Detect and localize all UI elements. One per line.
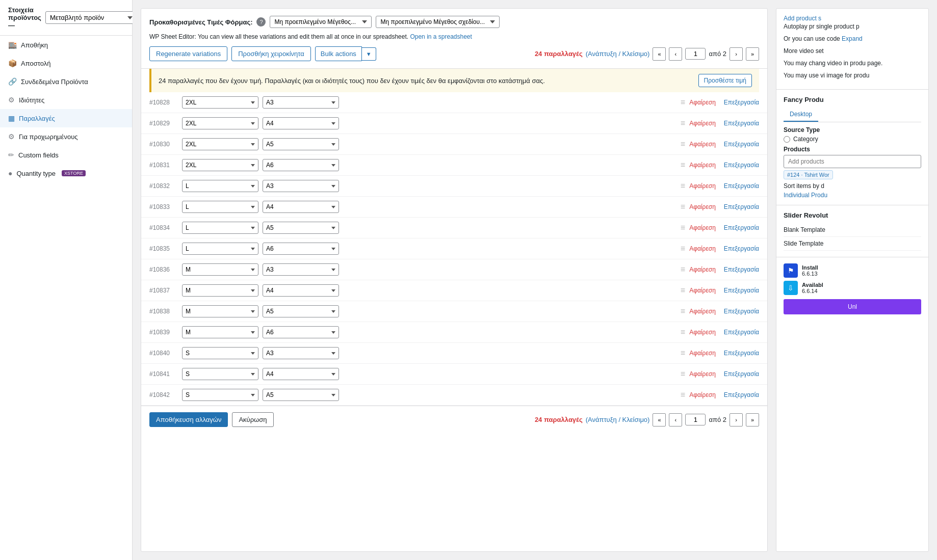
remove-variation-button[interactable]: Αφαίρεση [689, 350, 716, 357]
variation-attr1-select[interactable]: 2XLLMSXLXS [182, 389, 258, 401]
edit-variation-button[interactable]: Επεξεργασία [724, 350, 759, 357]
drag-handle-icon[interactable]: ≡ [681, 140, 685, 149]
bottom-pagination-expand-link[interactable]: (Ανάπτυξη / Κλείσιμο) [586, 416, 650, 423]
drag-handle-icon[interactable]: ≡ [681, 244, 685, 253]
remove-variation-button[interactable]: Αφαίρεση [689, 391, 716, 398]
bulk-actions-arrow-button[interactable]: ▼ [362, 47, 376, 61]
variation-attr1-select[interactable]: 2XLLMSXLXS [182, 180, 258, 192]
drag-handle-icon[interactable]: ≡ [681, 307, 685, 316]
remove-variation-button[interactable]: Αφαίρεση [689, 245, 716, 252]
remove-variation-button[interactable]: Αφαίρεση [689, 141, 716, 148]
save-button[interactable]: Αποθήκευση αλλαγών [149, 412, 228, 427]
variation-attr2-select[interactable]: A3A4A5A6 [263, 243, 339, 255]
sidebar-item-custom-fields[interactable]: ✏ Custom fields [0, 146, 132, 164]
variation-attr2-select[interactable]: A3A4A5A6 [263, 117, 339, 129]
add-products-input[interactable] [784, 155, 921, 168]
variation-attr1-select[interactable]: 2XLLMSXLXS [182, 368, 258, 380]
bottom-pag-first-button[interactable]: « [653, 413, 666, 426]
edit-variation-button[interactable]: Επεξεργασία [724, 266, 759, 273]
variation-attr2-select[interactable]: A3A4A5A6 [263, 389, 339, 401]
regenerate-button[interactable]: Regenerate variations [149, 46, 227, 61]
remove-variation-button[interactable]: Αφαίρεση [689, 329, 716, 336]
default-design-select[interactable]: Μη προεπιλεγμένο Μέγεθος σχεδίου... [376, 16, 500, 28]
variation-attr2-select[interactable]: A3A4A5A6 [263, 222, 339, 234]
variation-attr2-select[interactable]: A3A4A5A6 [263, 180, 339, 192]
drag-handle-icon[interactable]: ≡ [681, 369, 685, 379]
drag-handle-icon[interactable]: ≡ [681, 328, 685, 337]
remove-variation-button[interactable]: Αφαίρεση [689, 308, 716, 315]
spreadsheet-link[interactable]: Open in a spreadsheet [410, 33, 472, 40]
tab-desktop[interactable]: Desktop [784, 108, 818, 122]
pag-prev-button[interactable]: ‹ [669, 47, 682, 61]
variation-attr1-select[interactable]: 2XLLMSXLXS [182, 201, 258, 213]
edit-variation-button[interactable]: Επεξεργασία [724, 182, 759, 190]
sidebar-item-quantity-type[interactable]: ● Quantity type XSTORE [0, 164, 132, 182]
add-price-button[interactable]: Προσθέστε τιμή [698, 74, 752, 87]
remove-variation-button[interactable]: Αφαίρεση [689, 370, 716, 378]
drag-handle-icon[interactable]: ≡ [681, 98, 685, 107]
variation-attr1-select[interactable]: 2XLLMSXLXS [182, 284, 258, 297]
drag-handle-icon[interactable]: ≡ [681, 390, 685, 399]
drag-handle-icon[interactable]: ≡ [681, 349, 685, 358]
bulk-actions-button[interactable]: Bulk actions [315, 46, 362, 61]
variation-attr2-select[interactable]: A3A4A5A6 [263, 201, 339, 213]
sidebar-item-syndedemena[interactable]: 🔗 Συνδεδεμένα Προϊόντα [0, 72, 132, 91]
variation-attr2-select[interactable]: A3A4A5A6 [263, 368, 339, 380]
edit-variation-button[interactable]: Επεξεργασία [724, 308, 759, 315]
remove-variation-button[interactable]: Αφαίρεση [689, 99, 716, 106]
cancel-button[interactable]: Ακύρωση [232, 412, 273, 427]
edit-variation-button[interactable]: Επεξεργασία [724, 162, 759, 169]
variation-attr1-select[interactable]: 2XLLMSXLXS [182, 138, 258, 150]
edit-variation-button[interactable]: Επεξεργασία [724, 329, 759, 336]
drag-handle-icon[interactable]: ≡ [681, 181, 685, 191]
variation-attr2-select[interactable]: A3A4A5A6 [263, 347, 339, 359]
variation-attr1-select[interactable]: 2XLLMSXLXS [182, 347, 258, 359]
variation-attr2-select[interactable]: A3A4A5A6 [263, 284, 339, 297]
edit-variation-button[interactable]: Επεξεργασία [724, 99, 759, 106]
remove-variation-button[interactable]: Αφαίρεση [689, 224, 716, 231]
variation-attr1-select[interactable]: 2XLLMSXLXS [182, 159, 258, 171]
sidebar-item-proxoremenous[interactable]: ⚙ Για προχωρημένους [0, 127, 132, 146]
variation-attr1-select[interactable]: 2XLLMSXLXS [182, 222, 258, 234]
remove-variation-button[interactable]: Αφαίρεση [689, 120, 716, 127]
remove-variation-button[interactable]: Αφαίρεση [689, 162, 716, 169]
variation-attr1-select[interactable]: 2XLLMSXLXS [182, 326, 258, 338]
add-manual-button[interactable]: Προσθήκη χειροκίνητα [231, 46, 311, 61]
drag-handle-icon[interactable]: ≡ [681, 286, 685, 295]
default-size-select[interactable]: Μη προεπιλεγμένο Μέγεθος... [270, 16, 372, 28]
variation-attr2-select[interactable]: A3A4A5A6 [263, 305, 339, 317]
remove-variation-button[interactable]: Αφαίρεση [689, 182, 716, 190]
sidebar-item-apostoli[interactable]: 📦 Αποστολή [0, 54, 132, 72]
remove-variation-button[interactable]: Αφαίρεση [689, 266, 716, 273]
edit-variation-button[interactable]: Επεξεργασία [724, 203, 759, 210]
bottom-page-input[interactable] [685, 414, 706, 425]
variation-attr2-select[interactable]: A3A4A5A6 [263, 159, 339, 171]
edit-variation-button[interactable]: Επεξεργασία [724, 370, 759, 378]
sidebar-item-idiotites[interactable]: ⚙ Ιδιότητες [0, 91, 132, 109]
edit-variation-button[interactable]: Επεξεργασία [724, 287, 759, 294]
variation-attr1-select[interactable]: 2XLLMSXLXS [182, 263, 258, 276]
variation-attr2-select[interactable]: A3A4A5A6 [263, 263, 339, 276]
variation-attr2-select[interactable]: A3A4A5A6 [263, 138, 339, 150]
bottom-pag-next-button[interactable]: › [730, 413, 743, 426]
remove-variation-button[interactable]: Αφαίρεση [689, 287, 716, 294]
drag-handle-icon[interactable]: ≡ [681, 265, 685, 274]
variation-attr1-select[interactable]: 2XLLMSXLXS [182, 305, 258, 317]
drag-handle-icon[interactable]: ≡ [681, 223, 685, 232]
category-radio[interactable] [784, 136, 790, 143]
bottom-pag-prev-button[interactable]: ‹ [669, 413, 682, 426]
variation-attr2-select[interactable]: A3A4A5A6 [263, 326, 339, 338]
expand-link[interactable]: Expand [842, 35, 863, 42]
edit-variation-button[interactable]: Επεξεργασία [724, 224, 759, 231]
edit-variation-button[interactable]: Επεξεργασία [724, 120, 759, 127]
drag-handle-icon[interactable]: ≡ [681, 161, 685, 170]
pag-first-button[interactable]: « [653, 47, 666, 61]
individual-products-link[interactable]: Individual Produ [784, 192, 921, 199]
bottom-pag-last-button[interactable]: » [746, 413, 759, 426]
remove-variation-button[interactable]: Αφαίρεση [689, 203, 716, 210]
edit-variation-button[interactable]: Επεξεργασία [724, 391, 759, 398]
add-product-link[interactable]: Add product s [784, 15, 821, 22]
variation-attr1-select[interactable]: 2XLLMSXLXS [182, 96, 258, 109]
variation-attr1-select[interactable]: 2XLLMSXLXS [182, 117, 258, 129]
edit-variation-button[interactable]: Επεξεργασία [724, 245, 759, 252]
